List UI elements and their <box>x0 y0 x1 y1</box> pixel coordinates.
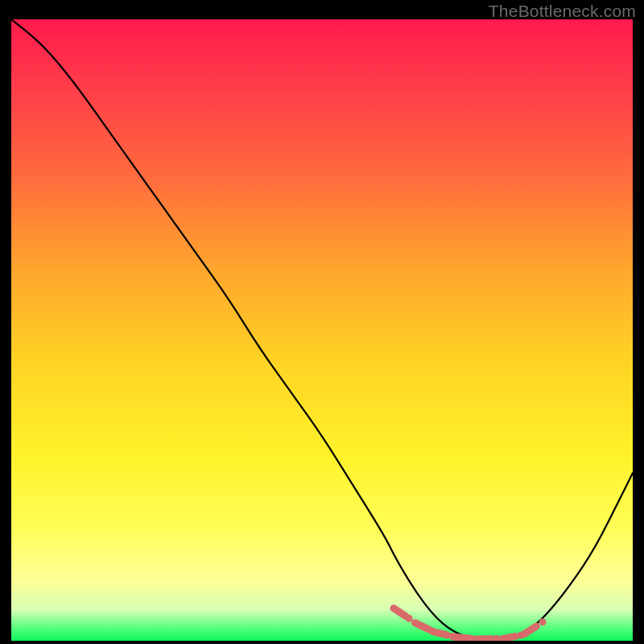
marker-dash <box>415 623 427 630</box>
watermark-text: TheBottleneck.com <box>489 2 636 21</box>
bottleneck-flat-markers <box>394 609 547 642</box>
marker-dot <box>539 618 547 625</box>
chart-svg <box>11 19 633 641</box>
marker-dot <box>406 615 413 622</box>
marker-dash <box>502 636 516 639</box>
marker-dash <box>455 637 469 638</box>
bottleneck-curve <box>11 19 633 640</box>
chart-plot-area <box>11 19 633 641</box>
marker-dash <box>433 632 448 635</box>
marker-dash <box>524 626 536 634</box>
marker-dash <box>394 609 406 617</box>
